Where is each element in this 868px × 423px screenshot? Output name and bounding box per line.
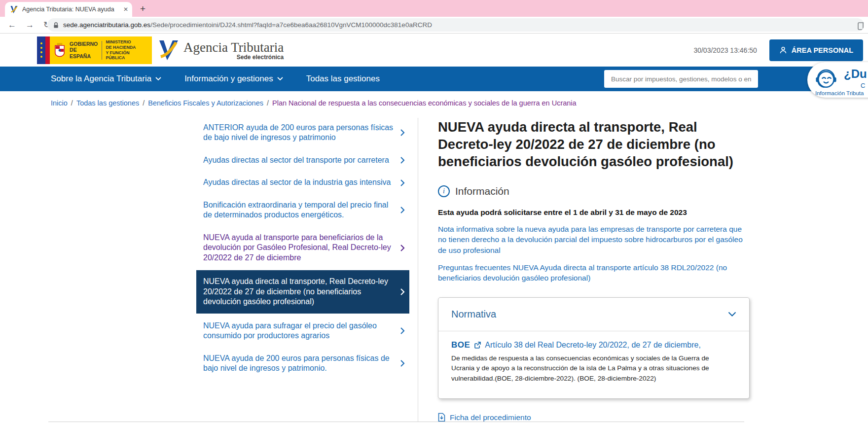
chevron-right-icon <box>400 244 405 252</box>
ficha-procedimiento-link[interactable]: Ficha del procedimiento <box>438 413 753 422</box>
chevron-down-icon <box>277 77 283 81</box>
coat-of-arms-icon <box>53 42 66 58</box>
site-header: GOBIERNO DE ESPAÑA MINISTERIO DE HACIEND… <box>0 34 868 67</box>
url-path: /Sede/procedimientoini/DJ24.shtml?faqId=… <box>150 21 432 29</box>
gobierno-text: GOBIERNO DE ESPAÑA <box>70 41 98 59</box>
help-widget[interactable]: ¿Du C Información Tributa <box>807 62 868 98</box>
gov-logo-body: GOBIERNO DE ESPAÑA MINISTERIO DE HACIEND… <box>50 36 152 64</box>
forward-icon[interactable]: → <box>26 20 34 30</box>
close-tab-icon[interactable]: ✕ <box>123 6 128 13</box>
chevron-right-icon <box>400 179 405 187</box>
sidebar-item[interactable]: ANTERIOR ayuda de 200 euros para persona… <box>196 118 409 148</box>
help-widget-line3: Información Tributa <box>815 90 864 96</box>
favicon-agencia-tributaria <box>10 5 18 14</box>
browser-tab-bar: Agencia Tributaria: NUEVA ayuda ✕ + <box>0 0 868 17</box>
breadcrumb: Inicio / Todas las gestiones / Beneficio… <box>0 91 868 107</box>
normativa-content: BOE Artículo 38 del Real Decreto-ley 20/… <box>438 331 749 399</box>
brand-name: Agencia Tributaria <box>183 40 284 55</box>
normativa-accordion: Normativa BOE Artículo 38 del Real Decre… <box>438 297 750 399</box>
nav-informacion-y-gestiones[interactable]: Información y gestiones <box>184 74 283 84</box>
deadline-text: Esta ayuda podrá solicitarse entre el 1 … <box>438 208 753 217</box>
breadcrumb-todas-las-gestiones[interactable]: Todas las gestiones <box>76 99 139 107</box>
tab-title: Agencia Tributaria: NUEVA ayuda <box>22 6 119 13</box>
nav-sobre-la-agencia[interactable]: Sobre la Agencia Tributaria <box>51 74 161 84</box>
area-personal-label: ÁREA PERSONAL <box>792 46 853 54</box>
chevron-right-icon <box>400 359 405 367</box>
procedure-detail: NUEVA ayuda directa al transporte, Real … <box>418 118 753 422</box>
boe-article-description: De medidas de respuesta a las consecuenc… <box>451 353 733 384</box>
area-personal-button[interactable]: ÁREA PERSONAL <box>769 39 863 61</box>
page-title: NUEVA ayuda directa al transporte, Real … <box>438 119 754 171</box>
chevron-right-icon <box>400 327 405 335</box>
logo-divider <box>102 41 102 60</box>
headset-face-icon <box>813 67 839 92</box>
sidebar-item[interactable]: NUEVA ayuda para sufragar el precio del … <box>196 316 409 346</box>
help-widget-title: ¿Du <box>844 67 867 81</box>
main-navigation: Sobre la Agencia Tributaria Información … <box>0 67 868 91</box>
breadcrumb-beneficios-fiscales[interactable]: Beneficios Fiscales y Autorizaciones <box>148 99 263 107</box>
boe-article-link[interactable]: Artículo 38 del Real Decreto-ley 20/2022… <box>485 341 701 350</box>
breadcrumb-current: Plan Nacional de respuesta a las consecu… <box>272 99 577 107</box>
person-icon <box>779 46 787 54</box>
breadcrumb-inicio[interactable]: Inicio <box>51 99 68 107</box>
external-link-icon <box>474 342 481 349</box>
back-icon[interactable]: ← <box>8 20 16 30</box>
sidebar-item[interactable]: Bonificación extraordinaria y temporal d… <box>196 195 409 225</box>
lock-icon <box>53 22 59 29</box>
chevron-right-icon <box>400 288 405 296</box>
browser-tab[interactable]: Agencia Tributaria: NUEVA ayuda ✕ <box>5 2 132 17</box>
help-widget-line2: C <box>861 82 865 89</box>
eu-flag-strip <box>37 36 45 64</box>
chevron-right-icon <box>400 129 405 137</box>
info-heading: Información <box>455 185 509 197</box>
aeat-swoosh-icon <box>158 39 180 62</box>
new-tab-button[interactable]: + <box>140 3 145 17</box>
info-section-header: i Información <box>438 185 753 197</box>
page-content: ANTERIOR ayuda de 200 euros para persona… <box>0 118 868 422</box>
flag-red-strip <box>45 36 50 64</box>
agencia-tributaria-logo[interactable]: Agencia Tributaria Sede electrónica <box>158 39 284 62</box>
chevron-right-icon <box>400 206 405 214</box>
sidebar-item[interactable]: Ayudas directas al sector del transporte… <box>196 150 409 170</box>
gobierno-espana-logo[interactable]: GOBIERNO DE ESPAÑA MINISTERIO DE HACIEND… <box>37 36 152 64</box>
document-download-icon <box>438 413 445 422</box>
sidebar-item[interactable]: NUEVA ayuda de 200 euros para personas f… <box>196 349 409 379</box>
url-domain: sede.agenciatributaria.gob.es <box>63 21 150 29</box>
browser-toolbar-icon[interactable] <box>857 21 864 31</box>
chevron-down-icon <box>728 312 736 317</box>
ministerio-text: MINISTERIO DE HACIENDA Y FUNCIÓN PÚBLICA <box>106 39 148 61</box>
browser-toolbar: ← → ↻ sede.agenciatributaria.gob.es /Sed… <box>0 17 868 34</box>
chevron-down-icon <box>155 77 161 81</box>
brand-subtitle: Sede electrónica <box>183 54 284 61</box>
address-bar[interactable]: sede.agenciatributaria.gob.es /Sede/proc… <box>47 18 864 32</box>
normativa-accordion-header[interactable]: Normativa <box>438 298 749 331</box>
preguntas-frecuentes-link[interactable]: Preguntas frecuentes NUEVA Ayuda directa… <box>438 262 744 283</box>
sidebar-item-active[interactable]: NUEVA ayuda directa al transporte, Real … <box>196 270 409 313</box>
boe-logo: BOE <box>451 340 470 350</box>
nota-informativa-link[interactable]: Nota informativa sobre la nueva ayuda pa… <box>438 224 744 255</box>
chevron-right-icon <box>400 156 405 164</box>
normativa-heading: Normativa <box>451 309 496 320</box>
datetime-display: 30/03/2023 13:46:50 <box>693 46 757 54</box>
related-procedures-sidebar: ANTERIOR ayuda de 200 euros para persona… <box>196 118 418 422</box>
sidebar-item[interactable]: Ayudas directas al sector de la industri… <box>196 173 409 192</box>
sidebar-item[interactable]: NUEVA ayuda al transporte para beneficia… <box>196 228 409 268</box>
search-input[interactable] <box>604 70 758 88</box>
info-icon: i <box>438 185 450 197</box>
nav-todas-las-gestiones[interactable]: Todas las gestiones <box>306 74 380 84</box>
bottom-divider <box>48 422 744 422</box>
